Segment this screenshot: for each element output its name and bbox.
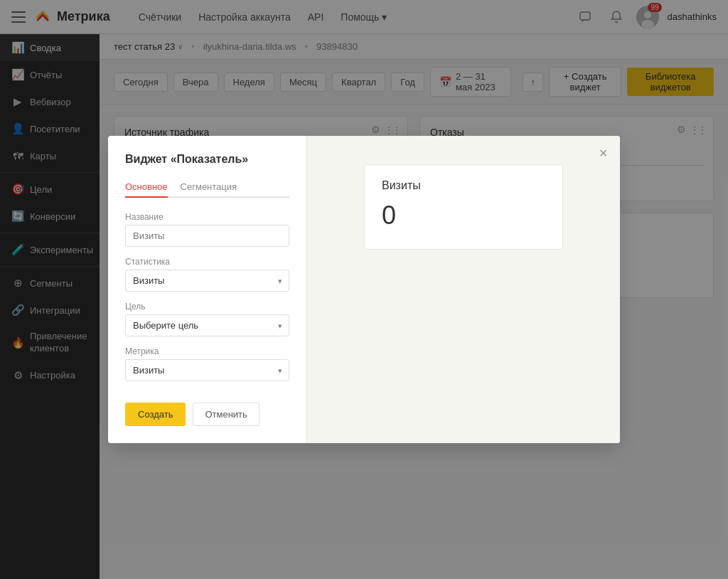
modal-title: Виджет «Показатель»	[125, 153, 289, 166]
form-group-goal: Цель Выберите цель ▾	[125, 302, 289, 309]
modal-preview-panel: Визиты 0	[307, 136, 620, 309]
stats-select-wrap: Визиты Просмотры Посетители Отказы ▾	[125, 270, 289, 292]
preview-widget-value: 0	[382, 201, 545, 230]
tab-segmentation[interactable]: Сегментация	[181, 177, 237, 198]
goal-label: Цель	[125, 302, 289, 309]
stats-label: Статистика	[125, 257, 289, 267]
modal-left-panel: Виджет «Показатель» Основное Сегментация…	[108, 136, 307, 309]
modal-tabs: Основное Сегментация	[125, 177, 289, 198]
close-icon: ✕	[599, 147, 608, 160]
name-label: Название	[125, 212, 289, 222]
stats-select[interactable]: Визиты Просмотры Посетители Отказы	[125, 270, 289, 292]
modal-widget: ✕ Виджет «Показатель» Основное Сегментац…	[108, 136, 620, 309]
modal-close-button[interactable]: ✕	[594, 144, 611, 161]
preview-widget-title: Визиты	[382, 179, 545, 192]
preview-widget: Визиты 0	[364, 164, 563, 250]
tab-basic[interactable]: Основное	[125, 177, 168, 198]
modal-overlay[interactable]: ✕ Виджет «Показатель» Основное Сегментац…	[0, 0, 728, 309]
form-group-name: Название	[125, 212, 289, 247]
form-group-stats: Статистика Визиты Просмотры Посетители О…	[125, 257, 289, 292]
name-input[interactable]	[125, 225, 289, 247]
